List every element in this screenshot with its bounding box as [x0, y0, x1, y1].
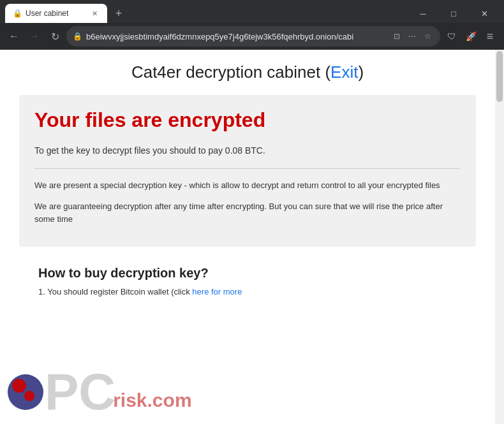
content-box: Your files are encrypted To get the key …: [19, 95, 476, 247]
forward-icon: →: [29, 31, 40, 42]
maximize-button[interactable]: □: [439, 4, 468, 23]
shield-button[interactable]: 🛡: [443, 27, 461, 45]
decrypt-instruction: To get the key to decrypt files you shou…: [34, 143, 461, 157]
rocket-icon: 🚀: [466, 31, 477, 41]
address-bar-input[interactable]: [86, 32, 387, 41]
minimize-button[interactable]: ─: [408, 4, 438, 23]
nav-bar: ← → ↻ 🔒 ⊡ ⋯ ☆ 🛡 🚀 ≡: [0, 23, 504, 50]
close-button[interactable]: ✕: [470, 4, 499, 23]
divider: [34, 168, 461, 169]
exit-link[interactable]: Exit: [330, 62, 358, 82]
description-1: We are present a special decryption key …: [34, 179, 461, 193]
refresh-icon: ↻: [51, 31, 59, 43]
how-to-section: How to buy decryption key? 1. You should…: [19, 260, 476, 305]
page-area: Cat4er decryption cabinet (Exit) Your fi…: [0, 50, 504, 424]
lock-icon: 🔒: [73, 32, 82, 41]
back-icon: ←: [9, 31, 19, 42]
tab-favicon: 🔒: [13, 9, 22, 18]
page-info-button[interactable]: ⊡: [390, 30, 403, 43]
how-to-title: How to buy decryption key?: [38, 266, 457, 281]
scrollbar-thumb[interactable]: [496, 51, 503, 102]
tab-title: User cabinet: [26, 9, 85, 18]
refresh-button[interactable]: ↻: [46, 27, 64, 45]
nav-extras: 🛡 🚀 ≡: [443, 27, 499, 45]
rocket-button[interactable]: 🚀: [462, 27, 480, 45]
description-2: We are guaranteeing decryption after any…: [34, 200, 461, 227]
page-inner: Cat4er decryption cabinet (Exit) Your fi…: [0, 50, 495, 424]
browser-chrome: 🔒 User cabinet ✕ + ─ □ ✕ ← → ↻ 🔒 ⊡ ⋯ ☆: [0, 0, 504, 50]
shield-icon: 🛡: [447, 31, 456, 41]
forward-button[interactable]: →: [26, 27, 43, 45]
active-tab[interactable]: 🔒 User cabinet ✕: [5, 4, 107, 23]
how-to-step-1-link[interactable]: here for more: [192, 287, 242, 296]
new-tab-button[interactable]: +: [110, 4, 128, 22]
address-bar-container[interactable]: 🔒 ⊡ ⋯ ☆: [66, 26, 440, 47]
hamburger-icon: ≡: [487, 30, 494, 43]
address-bar-actions: ⊡ ⋯ ☆: [390, 30, 434, 43]
more-button[interactable]: ⋯: [406, 30, 419, 43]
how-to-step-1: 1. You should register Bitcoin wallet (c…: [38, 286, 457, 299]
ransomware-headline: Your files are encrypted: [34, 108, 461, 132]
hamburger-button[interactable]: ≡: [481, 27, 499, 45]
bookmark-button[interactable]: ☆: [421, 30, 434, 43]
scrollbar-track[interactable]: [495, 50, 504, 424]
tab-close-button[interactable]: ✕: [89, 8, 100, 18]
page-title: Cat4er decryption cabinet (Exit): [19, 62, 476, 82]
back-button[interactable]: ←: [5, 27, 23, 45]
window-controls: ─ □ ✕: [408, 4, 499, 23]
tab-bar: 🔒 User cabinet ✕ + ─ □ ✕: [0, 0, 504, 23]
